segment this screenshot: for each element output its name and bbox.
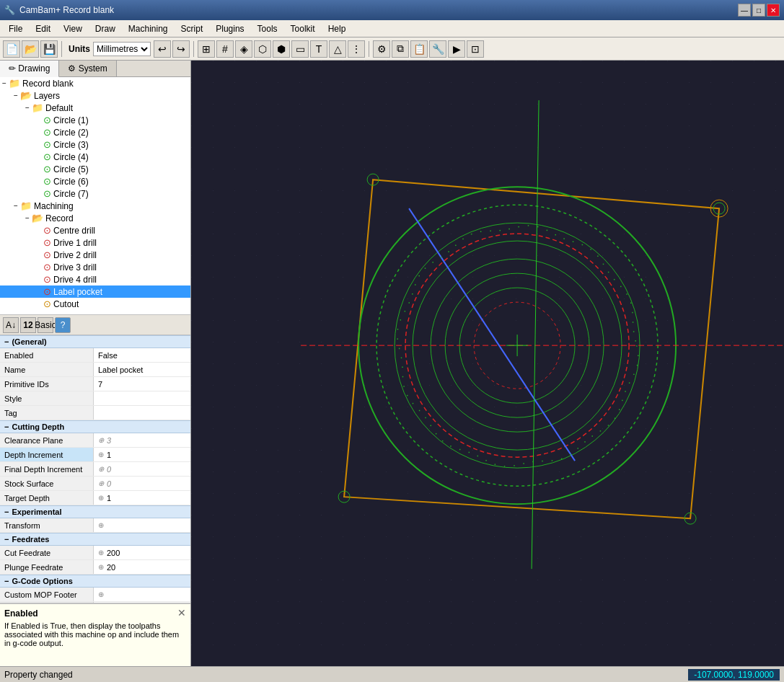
tree-item-drive3[interactable]: ⊙Drive 3 drill (0, 261, 190, 273)
menu-machining[interactable]: Machining (123, 22, 174, 35)
tree-item-cutout[interactable]: ⊙Cutout (0, 298, 190, 310)
tree-item-machining[interactable]: −📁Machining (0, 200, 190, 212)
tree-view[interactable]: −📁Record blank−📂Layers−📁Default ⊙Circle … (0, 77, 190, 315)
tooltip-close-button[interactable]: ✕ (177, 607, 186, 619)
prop-name-depth-increment: Depth Increment (0, 448, 94, 461)
tree-expand-default[interactable]: − (23, 104, 32, 112)
tool-6[interactable]: T (310, 40, 327, 58)
prop-row-target-depth[interactable]: Target Depth⊕1 (0, 491, 190, 505)
prop-icon: ⊕ (98, 590, 104, 598)
tree-item-layers[interactable]: −📂Layers (0, 89, 190, 102)
tool-12[interactable]: 🔧 (429, 40, 446, 58)
sort-alpha-button[interactable]: A↓ (3, 317, 19, 333)
tree-item-record[interactable]: −📂Record (0, 212, 190, 224)
properties-panel: −(General)EnabledFalseNameLabel pocketPr… (0, 335, 190, 603)
tool-14[interactable]: ⊡ (467, 40, 484, 58)
point-snap[interactable]: ◈ (235, 40, 252, 58)
new-button[interactable]: 📄 (3, 40, 20, 58)
prop-row-cut-feedrate[interactable]: Cut Feedrate⊕200 (0, 546, 190, 560)
prop-row-transform[interactable]: Transform⊕ (0, 518, 190, 533)
tool-4[interactable]: ⬢ (273, 40, 290, 58)
menu-draw[interactable]: Draw (89, 22, 121, 35)
menu-script[interactable]: Script (175, 22, 209, 35)
menu-file[interactable]: File (3, 22, 28, 35)
prop-row-enabled[interactable]: EnabledFalse (0, 348, 190, 363)
toolbar-sep-3 (369, 41, 369, 57)
menu-help[interactable]: Help (322, 22, 352, 35)
prop-row-custom-mop-footer[interactable]: Custom MOP Footer⊕ (0, 588, 190, 602)
canvas-area[interactable] (191, 61, 784, 682)
prop-row-style[interactable]: Style (0, 391, 190, 406)
open-button[interactable]: 📂 (22, 40, 39, 58)
units-select[interactable]: Millimetres Inches (93, 42, 151, 56)
tree-item-circle5[interactable]: ⊙Circle (5) (0, 163, 190, 175)
tree-item-circle4[interactable]: ⊙Circle (4) (0, 151, 190, 163)
tool-10[interactable]: ⧉ (392, 40, 409, 58)
basic-button[interactable]: Basic (38, 317, 53, 333)
maximize-button[interactable]: □ (752, 4, 765, 17)
close-button[interactable]: ✕ (767, 4, 780, 17)
grid-toggle[interactable]: ⊞ (198, 40, 215, 58)
tree-label-centre-drill: Centre drill (53, 226, 95, 236)
menu-edit[interactable]: Edit (30, 22, 56, 35)
prop-row-tag[interactable]: Tag (0, 406, 190, 420)
prop-row-depth-increment[interactable]: Depth Increment⊕1 (0, 448, 190, 462)
tree-item-circle2[interactable]: ⊙Circle (2) (0, 126, 190, 138)
prop-row-stock-surface[interactable]: Stock Surface⊕0 (0, 477, 190, 491)
tree-item-default[interactable]: −📁Default (0, 102, 190, 114)
tree-item-centre-drill[interactable]: ⊙Centre drill (0, 224, 190, 236)
prop-row-name[interactable]: NameLabel pocket (0, 363, 190, 377)
minimize-button[interactable]: — (738, 4, 751, 17)
tree-expand-record-blank[interactable]: − (0, 79, 9, 87)
prop-row-clearance-plane[interactable]: Clearance Plane⊕3 (0, 433, 190, 448)
prop-value-style (94, 391, 190, 405)
status-message: Property changed (4, 670, 688, 680)
tree-expand-layers[interactable]: − (12, 92, 20, 99)
tool-11[interactable]: 📋 (410, 40, 428, 58)
tree-item-record-blank[interactable]: −📁Record blank (0, 77, 190, 89)
menu-plugins[interactable]: Plugins (210, 22, 250, 35)
prop-row-plunge-feedrate[interactable]: Plunge Feedrate⊕20 (0, 560, 190, 575)
prop-row-primitive-ids[interactable]: Primitive IDs7 (0, 377, 190, 391)
tree-item-circle1[interactable]: ⊙Circle (1) (0, 114, 190, 126)
menu-tools[interactable]: Tools (252, 22, 283, 35)
redo-button[interactable]: ↪ (172, 40, 190, 58)
drawing-icon: ✏ (9, 63, 16, 74)
tree-expand-record[interactable]: − (23, 214, 32, 222)
tool-8[interactable]: ⋮ (348, 40, 365, 58)
tool-9[interactable]: ⚙ (373, 40, 390, 58)
prop-section-experimental[interactable]: −Experimental (0, 505, 190, 518)
tool-7[interactable]: △ (329, 40, 346, 58)
save-button[interactable]: 💾 (40, 40, 58, 58)
tree-item-circle6[interactable]: ⊙Circle (6) (0, 175, 190, 187)
help-button[interactable]: ? (55, 317, 71, 333)
tree-item-circle3[interactable]: ⊙Circle (3) (0, 138, 190, 151)
tree-expand-machining[interactable]: − (12, 202, 20, 210)
main-canvas[interactable] (191, 61, 784, 682)
prop-section-feedrates[interactable]: −Feedrates (0, 533, 190, 546)
menu-view[interactable]: View (58, 22, 88, 35)
toolbar-sep-2 (193, 41, 194, 57)
tool-13[interactable]: ▶ (448, 40, 465, 58)
units-label: Units (69, 44, 90, 54)
tool-5[interactable]: ▭ (291, 40, 309, 58)
grid-snap[interactable]: # (216, 40, 234, 58)
tree-item-drive4[interactable]: ⊙Drive 4 drill (0, 273, 190, 285)
menu-toolkit[interactable]: Toolkit (285, 22, 321, 35)
prop-section-cutting-depth[interactable]: −Cutting Depth (0, 420, 190, 433)
tree-item-drive2[interactable]: ⊙Drive 2 drill (0, 249, 190, 261)
tab-system[interactable]: ⚙ System (59, 61, 116, 76)
tree-item-label-pocket[interactable]: ⊙Label pocket (0, 285, 190, 298)
prop-section-general[interactable]: −(General) (0, 335, 190, 348)
tab-drawing[interactable]: ✏ Drawing (0, 61, 59, 77)
tree-item-drive1[interactable]: ⊙Drive 1 drill (0, 236, 190, 249)
undo-button[interactable]: ↩ (154, 40, 171, 58)
prop-section-gcode-options[interactable]: −G-Code Options (0, 575, 190, 588)
prop-row-final-depth-increment[interactable]: Final Depth Increment⊕0 (0, 462, 190, 477)
prop-value-cut-feedrate: ⊕200 (94, 546, 190, 559)
sort-num-button[interactable]: 12 (20, 317, 36, 333)
tree-item-circle7[interactable]: ⊙Circle (7) (0, 187, 190, 200)
tree-label-drive1: Drive 1 drill (53, 238, 97, 248)
tool-3[interactable]: ⬡ (254, 40, 271, 58)
tree-label-circle6: Circle (6) (53, 177, 89, 187)
